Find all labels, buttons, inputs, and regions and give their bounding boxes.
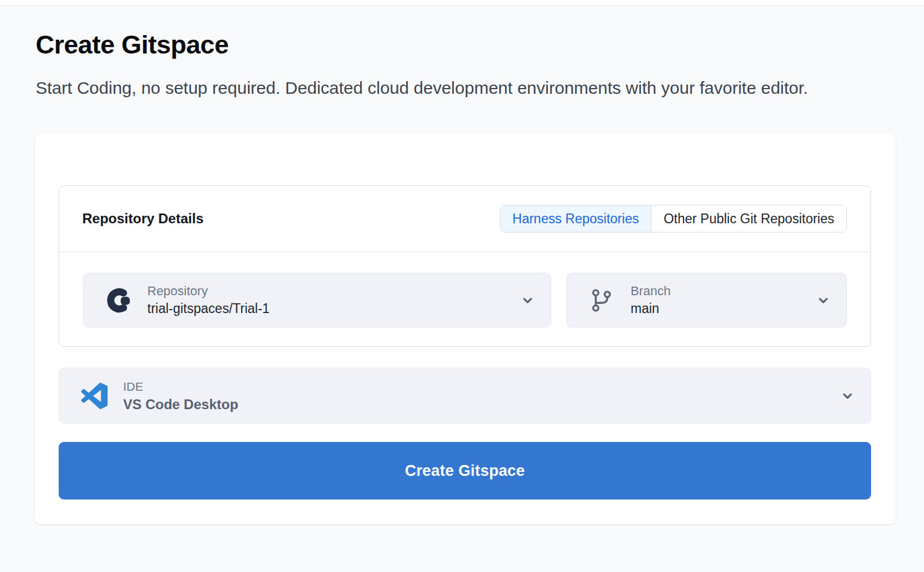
repository-select-label: Repository: [147, 284, 270, 298]
harness-code-repo-icon: [105, 287, 132, 314]
ide-select-label: IDE: [123, 380, 238, 394]
branch-select-text: Branch main: [631, 284, 671, 316]
create-gitspace-button[interactable]: Create Gitspace: [59, 442, 871, 499]
git-branch-icon: [588, 287, 616, 314]
ide-select-text: IDE VS Code Desktop: [123, 380, 238, 411]
chevron-down-icon[interactable]: [520, 293, 535, 308]
branch-select-value: main: [631, 302, 671, 316]
repository-details-section: Repository Details Harness Repositories …: [59, 185, 871, 347]
repository-select[interactable]: Repository trial-gitspaces/Trial-1: [83, 273, 551, 327]
gitspace-form-card: Repository Details Harness Repositories …: [35, 134, 896, 524]
tab-harness-repositories[interactable]: Harness Repositories: [501, 205, 651, 232]
page-header: Create Gitspace Start Coding, no setup r…: [0, 6, 924, 101]
chevron-down-icon[interactable]: [840, 388, 855, 403]
chevron-down-icon[interactable]: [816, 293, 831, 308]
page-title: Create Gitspace: [36, 30, 889, 60]
repository-branch-row: Repository trial-gitspaces/Trial-1: [59, 251, 870, 346]
repository-select-value: trial-gitspaces/Trial-1: [147, 302, 270, 316]
ide-select-value: VS Code Desktop: [123, 397, 238, 411]
repository-source-tabs: Harness Repositories Other Public Git Re…: [500, 205, 847, 232]
vscode-icon: [81, 383, 108, 409]
top-edge: [0, 0, 924, 6]
ide-select[interactable]: IDE VS Code Desktop: [59, 368, 871, 424]
repository-details-heading: Repository Details: [82, 211, 204, 227]
repository-details-header: Repository Details Harness Repositories …: [59, 186, 870, 251]
page-subtitle: Start Coding, no setup required. Dedicat…: [36, 75, 870, 101]
branch-select-label: Branch: [631, 284, 671, 298]
repository-select-text: Repository trial-gitspaces/Trial-1: [147, 284, 270, 316]
branch-select[interactable]: Branch main: [566, 273, 847, 327]
tab-other-public-git-repositories[interactable]: Other Public Git Repositories: [651, 205, 846, 232]
